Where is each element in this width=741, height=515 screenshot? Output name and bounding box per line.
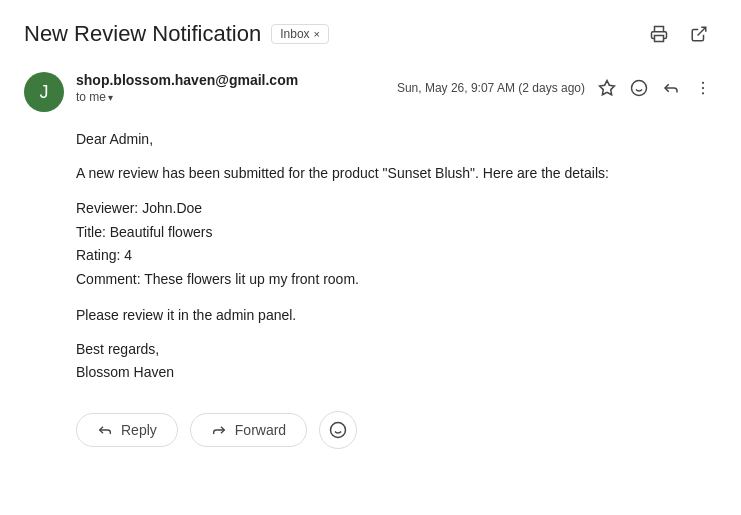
timestamp: Sun, May 26, 9:07 AM (2 days ago)	[397, 81, 585, 95]
inbox-badge-close[interactable]: ×	[314, 28, 320, 40]
sign-off-text: Best regards,	[76, 341, 159, 357]
print-button[interactable]	[641, 16, 677, 52]
sender-top: shop.blossom.haven@gmail.com to me ▾ Sun…	[76, 72, 717, 104]
email-header: New Review Notification Inbox ×	[24, 16, 717, 52]
company-name: Blossom Haven	[76, 364, 174, 380]
forward-button[interactable]: Forward	[190, 413, 307, 447]
sender-info: shop.blossom.haven@gmail.com to me ▾ Sun…	[76, 72, 717, 104]
svg-point-7	[702, 87, 704, 89]
rating-value-text: 4	[124, 247, 132, 263]
email-admin-note: Please review it in the admin panel.	[76, 304, 717, 326]
email-body: Dear Admin, A new review has been submit…	[76, 128, 717, 383]
email-container: New Review Notification Inbox ×	[0, 0, 741, 465]
header-icons	[641, 16, 717, 52]
emoji-button[interactable]	[319, 411, 357, 449]
email-title: New Review Notification	[24, 21, 261, 47]
action-row: Reply Forward	[76, 411, 717, 449]
meta-icons	[593, 74, 717, 102]
comment-label: Comment:	[76, 271, 141, 287]
star-icon	[598, 79, 616, 97]
email-title-group: New Review Notification Inbox ×	[24, 21, 329, 47]
sender-left: shop.blossom.haven@gmail.com to me ▾	[76, 72, 298, 104]
rating-label: Rating:	[76, 247, 120, 263]
title-line: Title: Beautiful flowers	[76, 221, 717, 245]
title-value-text: Beautiful flowers	[110, 224, 213, 240]
svg-point-8	[702, 92, 704, 94]
email-intro: A new review has been submitted for the …	[76, 162, 717, 184]
reply-button[interactable]: Reply	[76, 413, 178, 447]
emoji-reaction-button[interactable]	[625, 74, 653, 102]
svg-marker-2	[600, 81, 615, 95]
reviewer-value-text: John.Doe	[142, 200, 202, 216]
to-me-text: to me	[76, 90, 106, 104]
sender-row: J shop.blossom.haven@gmail.com to me ▾ S…	[24, 72, 717, 112]
comment-value-text: These flowers lit up my front room.	[144, 271, 359, 287]
rating-line: Rating: 4	[76, 244, 717, 268]
avatar: J	[24, 72, 64, 112]
sender-email: shop.blossom.haven@gmail.com	[76, 72, 298, 88]
svg-line-1	[698, 27, 706, 35]
open-new-window-button[interactable]	[681, 16, 717, 52]
sender-meta: Sun, May 26, 9:07 AM (2 days ago)	[397, 74, 717, 102]
open-in-new-icon	[690, 25, 708, 43]
forward-arrow-icon	[211, 422, 227, 438]
reply-icon-meta	[662, 79, 680, 97]
forward-label: Forward	[235, 422, 286, 438]
print-icon	[650, 25, 668, 43]
reviewer-line: Reviewer: John.Doe	[76, 197, 717, 221]
email-details: Reviewer: John.Doe Title: Beautiful flow…	[76, 197, 717, 292]
star-button[interactable]	[593, 74, 621, 102]
inbox-badge-label: Inbox	[280, 27, 309, 41]
title-label: Title:	[76, 224, 106, 240]
emoji-icon	[329, 421, 347, 439]
smiley-icon	[630, 79, 648, 97]
more-options-button[interactable]	[689, 74, 717, 102]
svg-point-3	[632, 81, 647, 96]
to-me-label[interactable]: to me ▾	[76, 90, 298, 104]
more-vert-icon	[694, 79, 712, 97]
reply-arrow-icon	[97, 422, 113, 438]
reply-button-meta[interactable]	[657, 74, 685, 102]
svg-point-9	[331, 423, 346, 438]
chevron-down-icon: ▾	[108, 92, 113, 103]
svg-rect-0	[655, 36, 664, 42]
inbox-badge[interactable]: Inbox ×	[271, 24, 329, 44]
comment-line: Comment: These flowers lit up my front r…	[76, 268, 717, 292]
reply-label: Reply	[121, 422, 157, 438]
avatar-letter: J	[40, 82, 49, 103]
svg-point-6	[702, 82, 704, 84]
email-greeting: Dear Admin,	[76, 128, 717, 150]
email-signoff: Best regards, Blossom Haven	[76, 338, 717, 383]
reviewer-label: Reviewer:	[76, 200, 138, 216]
